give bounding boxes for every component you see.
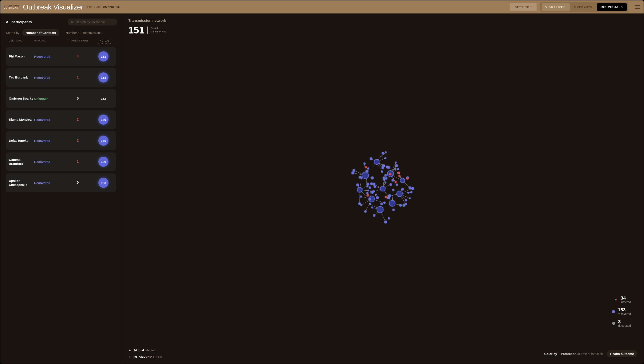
svg-point-21 <box>397 191 402 196</box>
sort-transmissions-chip[interactable]: Number of Transmissions <box>62 29 105 36</box>
svg-point-125 <box>396 184 398 186</box>
svg-point-31 <box>399 204 402 206</box>
color-protection-option[interactable]: Protection at time of infection <box>561 352 603 356</box>
sim-code-label: SIM CODE <box>87 6 101 8</box>
app-header: OPERATION OUTBREAK Outbreak Visualizer S… <box>1 0 643 14</box>
network-title: Transmission network <box>128 18 637 23</box>
table-row[interactable]: Upsilon ChesapeakeRecovered0133 <box>6 174 116 192</box>
svg-point-34 <box>389 200 395 206</box>
sparkle-icon: ✦ <box>128 355 132 359</box>
svg-point-137 <box>395 162 396 163</box>
participant-outcome: Recovered <box>34 118 62 122</box>
svg-point-170 <box>374 185 376 188</box>
settings-button[interactable]: SETTINGS <box>510 3 536 11</box>
sim-code-value: OOJAMBOREE <box>103 6 120 8</box>
participants-list[interactable]: Phi MaconRecovered4161Tau BurbankRecover… <box>6 47 117 364</box>
table-row[interactable]: Sigma MontrealRecovered2149 <box>6 110 116 129</box>
hide-button[interactable]: HIDE <box>156 356 163 358</box>
sim-code: SIM CODE OOJAMBOREE <box>87 6 120 8</box>
svg-point-102 <box>362 172 369 178</box>
search-box[interactable] <box>68 18 117 26</box>
participant-name: Omicron Sparks <box>9 96 34 101</box>
tab-overview[interactable]: OVERVIEW <box>570 3 596 11</box>
svg-point-156 <box>372 183 375 186</box>
legend-infected: ✦ 34infected <box>614 296 631 304</box>
search-input[interactable] <box>76 20 114 24</box>
legend-recovered: 153recovered <box>612 308 631 316</box>
svg-point-36 <box>388 217 390 219</box>
svg-point-49 <box>377 206 383 213</box>
participant-transmissions: 2 <box>62 118 94 122</box>
svg-point-83 <box>367 190 369 191</box>
network-panel: Transmission network 151 Actual transmis… <box>122 14 643 364</box>
color-health-option[interactable]: Health outcome <box>607 350 637 357</box>
total-infected: ✦ 34 total infected <box>128 348 163 353</box>
svg-line-1 <box>73 22 73 23</box>
svg-point-62 <box>369 186 371 188</box>
svg-point-77 <box>358 202 361 205</box>
table-row[interactable]: Phi MaconRecovered4161 <box>6 47 116 66</box>
svg-point-123 <box>374 159 379 164</box>
svg-point-139 <box>396 164 398 167</box>
table-row[interactable]: Delta TopekaRecovered2140 <box>6 131 116 150</box>
tab-visualizer[interactable]: VISUALIZER <box>542 3 570 11</box>
svg-point-48 <box>384 220 387 223</box>
sparkle-icon: ✦ <box>614 297 618 302</box>
network-graph[interactable] <box>339 144 427 233</box>
svg-point-16 <box>407 192 409 193</box>
logo: OPERATION OUTBREAK <box>4 5 19 9</box>
participant-outcome: Recovered <box>34 160 62 164</box>
menu-icon[interactable] <box>635 5 640 9</box>
color-by-label: Color by <box>544 352 557 356</box>
col-outcome: OUTCOME <box>34 40 62 45</box>
svg-point-108 <box>366 170 368 172</box>
participant-outcome: Recovered <box>34 76 62 79</box>
svg-point-42 <box>371 206 373 208</box>
participant-name: Delta Topeka <box>9 138 34 143</box>
participant-outcome: Recovered <box>34 55 62 58</box>
participant-transmissions: 2 <box>62 139 94 142</box>
view-tabs: VISUALIZER OVERVIEW INDIVIDUALS <box>540 2 628 12</box>
svg-point-168 <box>388 197 390 199</box>
svg-point-106 <box>381 170 383 173</box>
table-row[interactable]: Omicron SparksUnknown0152 <box>6 89 116 108</box>
participant-transmissions: 0 <box>62 97 94 100</box>
table-row[interactable]: Tau BurbankRecovered1158 <box>6 68 116 87</box>
legend-deceased: 3deceased <box>612 319 631 327</box>
col-contacts: ACTUAL CONTACTS <box>95 40 114 45</box>
svg-point-84 <box>357 187 362 192</box>
svg-point-114 <box>384 157 386 159</box>
svg-point-110 <box>370 157 372 160</box>
participant-name: Tau Burbank <box>9 75 34 80</box>
svg-point-101 <box>366 182 369 185</box>
sorted-by-label: Sorted by <box>6 31 19 34</box>
participant-outcome: Unknown <box>34 97 62 100</box>
participant-transmissions: 0 <box>62 181 94 185</box>
svg-point-58 <box>375 194 377 195</box>
table-row[interactable]: Gamma BrantfordRecovered1139 <box>6 152 116 171</box>
participant-name: Sigma Montreal <box>9 118 34 122</box>
svg-point-133 <box>385 177 387 179</box>
participant-contacts: 133 <box>98 178 109 188</box>
count-label-2: transmissions <box>151 30 166 34</box>
participant-contacts: 152 <box>98 94 109 104</box>
svg-point-149 <box>409 186 411 189</box>
index-cases: ✦ 39 index cases HIDE <box>128 355 163 359</box>
col-transmissions: TRANSMISSIONS <box>62 40 95 45</box>
count-label-1: Actual <box>151 27 166 30</box>
svg-point-81 <box>369 198 371 200</box>
participant-contacts: 158 <box>98 72 109 82</box>
legend: ✦ 34infected 153recovered 3deceased <box>612 296 631 327</box>
svg-point-51 <box>360 204 362 206</box>
sort-contacts-chip[interactable]: Number of Contacts <box>22 29 59 36</box>
svg-point-166 <box>371 190 374 193</box>
participants-panel: All participants Sorted by Number of Con… <box>1 14 122 364</box>
svg-point-94 <box>364 162 366 165</box>
participant-contacts: 161 <box>98 51 109 62</box>
tab-individuals[interactable]: INDIVIDUALS <box>597 3 627 11</box>
svg-point-66 <box>364 210 367 212</box>
svg-point-44 <box>380 202 383 205</box>
svg-point-20 <box>409 197 411 199</box>
svg-point-142 <box>392 179 394 181</box>
svg-point-129 <box>397 168 399 170</box>
